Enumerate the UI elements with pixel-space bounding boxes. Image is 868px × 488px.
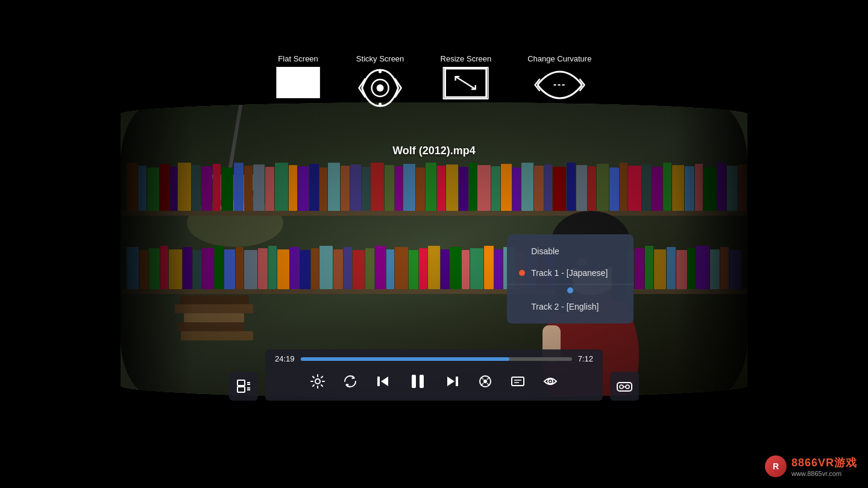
svg-point-140 <box>379 70 382 74</box>
display-button[interactable] <box>539 371 561 392</box>
dropdown-item-track2[interactable]: Track 2 - [English] <box>507 296 634 318</box>
svg-point-159 <box>483 380 487 383</box>
svg-point-139 <box>377 84 384 92</box>
subtitles-button[interactable] <box>507 371 529 392</box>
svg-marker-156 <box>447 377 454 386</box>
svg-rect-155 <box>420 375 424 388</box>
time-current: 24:19 <box>275 354 295 363</box>
disable-label: Disable <box>531 246 559 256</box>
sticky-screen-icon <box>356 67 404 109</box>
change-curvature-label: Change Curvature <box>527 54 591 63</box>
skip-back-button[interactable] <box>372 371 394 392</box>
toolbar-item-sticky-screen[interactable]: Sticky Screen <box>356 54 404 109</box>
screen-right-edge <box>675 102 747 398</box>
active-indicator <box>567 287 573 293</box>
svg-rect-146 <box>237 387 245 392</box>
watermark-url: www.8865vr.com <box>791 470 857 477</box>
dropdown-item-track1[interactable]: Track 1 - [Japanese] <box>507 262 634 284</box>
watermark: R 8866VR游戏 www.8865vr.com <box>765 455 857 477</box>
toolbar-item-flat-screen[interactable]: Flat Screen <box>277 54 320 98</box>
audio-button[interactable] <box>474 371 496 392</box>
watermark-brand: 8866VR游戏 <box>791 455 857 470</box>
svg-point-170 <box>620 385 623 389</box>
svg-line-143 <box>456 77 476 90</box>
time-remaining: 7:12 <box>578 354 593 363</box>
svg-point-171 <box>626 385 629 389</box>
track1-dot <box>519 270 525 276</box>
flat-screen-label: Flat Screen <box>278 54 318 63</box>
track2-dot <box>519 304 525 310</box>
player-controls: 24:19 7:12 <box>265 349 603 401</box>
resize-screen-icon <box>443 67 489 99</box>
audio-track-dropdown: Disable Track 1 - [Japanese] Track 2 - [… <box>507 234 634 324</box>
sticky-screen-label: Sticky Screen <box>356 54 404 63</box>
svg-rect-157 <box>456 377 458 386</box>
change-curvature-icon <box>532 67 587 103</box>
toolbar-item-change-curvature[interactable]: Change Curvature <box>527 54 591 103</box>
svg-rect-145 <box>237 380 245 386</box>
svg-rect-153 <box>377 377 380 386</box>
progress-bar-fill <box>301 357 510 361</box>
watermark-text-block: 8866VR游戏 www.8865vr.com <box>791 455 857 477</box>
svg-point-168 <box>550 381 552 383</box>
track1-label: Track 1 - [Japanese] <box>531 268 608 278</box>
settings-button[interactable] <box>307 371 329 392</box>
toolbar-top: Flat Screen Sticky Screen Resize Screen <box>277 54 592 109</box>
track2-label: Track 2 - [English] <box>531 302 599 311</box>
svg-rect-164 <box>512 377 524 386</box>
svg-point-151 <box>315 379 320 384</box>
toolbar-item-resize-screen[interactable]: Resize Screen <box>441 54 492 99</box>
progress-bar[interactable] <box>301 357 572 361</box>
svg-point-141 <box>379 103 382 106</box>
dropdown-item-disable[interactable]: Disable <box>507 240 634 262</box>
playlist-button[interactable] <box>229 372 258 401</box>
svg-rect-154 <box>412 375 416 388</box>
resize-screen-label: Resize Screen <box>441 54 492 63</box>
watermark-logo-text: R <box>773 461 779 471</box>
watermark-logo: R <box>765 455 787 477</box>
flat-screen-icon <box>277 67 320 98</box>
controls-row <box>275 368 593 395</box>
vr-mode-button[interactable] <box>610 372 639 401</box>
loop-button[interactable] <box>339 371 361 392</box>
skip-forward-button[interactable] <box>442 371 464 392</box>
video-title: Wolf (2012).mp4 <box>392 145 476 157</box>
progress-row: 24:19 7:12 <box>275 354 593 363</box>
screen-left-edge <box>121 102 193 398</box>
play-pause-button[interactable] <box>404 368 431 395</box>
svg-marker-152 <box>381 377 388 386</box>
disable-dot <box>519 248 525 254</box>
